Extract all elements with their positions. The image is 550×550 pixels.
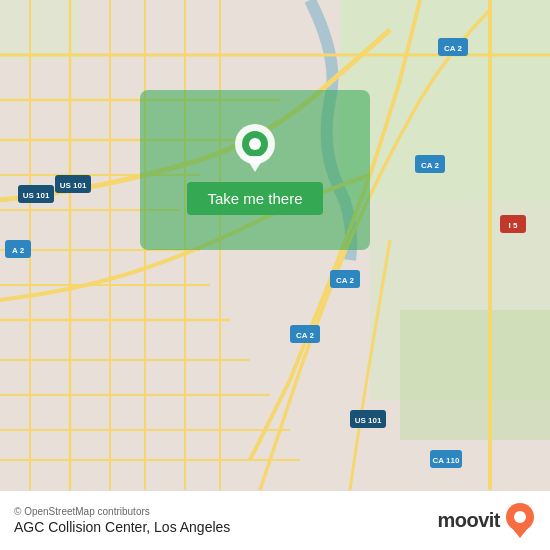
svg-point-46 bbox=[249, 138, 261, 150]
svg-text:US 101: US 101 bbox=[60, 181, 87, 190]
svg-rect-4 bbox=[400, 310, 550, 440]
svg-point-49 bbox=[514, 511, 526, 523]
location-pin bbox=[231, 126, 279, 174]
svg-text:I 5: I 5 bbox=[509, 221, 518, 230]
svg-rect-3 bbox=[0, 0, 80, 60]
bottom-bar: © OpenStreetMap contributors AGC Collisi… bbox=[0, 490, 550, 550]
map-container: US 101 US 101 CA 2 CA 2 CA 2 CA 2 A 2 I … bbox=[0, 0, 550, 490]
location-overlay: Take me there bbox=[140, 90, 370, 250]
moovit-text: moovit bbox=[437, 509, 500, 532]
svg-text:CA 110: CA 110 bbox=[433, 456, 460, 465]
svg-text:CA 2: CA 2 bbox=[421, 161, 439, 170]
svg-text:CA 2: CA 2 bbox=[444, 44, 462, 53]
moovit-logo: moovit bbox=[437, 502, 536, 540]
svg-text:US 101: US 101 bbox=[23, 191, 50, 200]
svg-text:CA 2: CA 2 bbox=[296, 331, 314, 340]
bottom-left-info: © OpenStreetMap contributors AGC Collisi… bbox=[14, 506, 230, 535]
svg-text:US 101: US 101 bbox=[355, 416, 382, 425]
location-name: AGC Collision Center, Los Angeles bbox=[14, 519, 230, 535]
svg-marker-50 bbox=[512, 528, 528, 538]
svg-text:A 2: A 2 bbox=[12, 246, 25, 255]
moovit-pin-icon bbox=[504, 502, 536, 540]
attribution-text: © OpenStreetMap contributors bbox=[14, 506, 230, 517]
svg-marker-47 bbox=[245, 156, 265, 172]
svg-text:CA 2: CA 2 bbox=[336, 276, 354, 285]
take-me-there-button[interactable]: Take me there bbox=[187, 182, 322, 215]
